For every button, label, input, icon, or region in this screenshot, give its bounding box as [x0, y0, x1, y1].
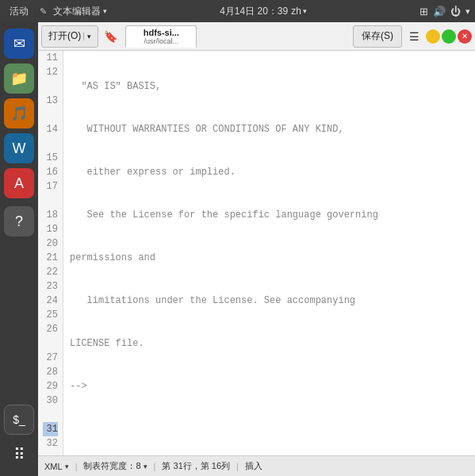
- ln-26b: [43, 336, 58, 351]
- ln-22: 22: [43, 265, 58, 279]
- ln-19: 19: [43, 222, 58, 236]
- ln-29: 29: [43, 379, 58, 393]
- code-line-16: [70, 422, 469, 436]
- toolbar-right: 保存(S) ☰ ✕: [353, 25, 472, 48]
- ln-14b: [43, 136, 58, 151]
- files-icon: 📁: [10, 70, 28, 87]
- activities-button[interactable]: 活动: [5, 3, 33, 20]
- menu-icon: ☰: [409, 30, 419, 43]
- settings-icon: ▾: [465, 6, 470, 17]
- ln-30: 30: [43, 393, 58, 408]
- writer-icon: W: [13, 140, 26, 157]
- dropdown-icon[interactable]: ▾: [103, 7, 107, 15]
- plugin-item: 插入: [245, 460, 262, 472]
- sidebar-item-thunderbird[interactable]: ✉: [4, 29, 34, 59]
- ln-24: 24: [43, 294, 58, 308]
- lang-selector[interactable]: zh ▾: [291, 6, 307, 17]
- save-button[interactable]: 保存(S): [353, 25, 402, 48]
- ln-13b: [43, 108, 58, 122]
- line-numbers: 11 12 13 14 15 16 17 18 19 20 21 22 23 2…: [38, 51, 63, 455]
- status-bar: XML ▾ | 制表符宽度：8 ▾ | 第 31行，第 16列 | 插入: [38, 455, 475, 476]
- sidebar-item-apps[interactable]: ⠿: [4, 440, 34, 470]
- tabwidth-label: 制表符宽度：8: [83, 460, 140, 472]
- lang-dropdown-icon: ▾: [303, 7, 307, 15]
- datetime: 4月14日 20：39: [220, 5, 288, 18]
- position-label: 第 31行，第 16列: [162, 460, 230, 472]
- ln-20: 20: [43, 236, 58, 251]
- ln-30b: [43, 408, 58, 422]
- status-sep-3: |: [236, 462, 239, 471]
- code-line-12b: either express or implied.: [70, 165, 469, 179]
- top-bar-left: 活动 ✎ 文本编辑器 ▾: [5, 3, 107, 20]
- sidebar-item-rhythmbox[interactable]: 🎵: [4, 98, 34, 129]
- top-bar-center: 4月14日 20：39 zh ▾: [220, 5, 307, 18]
- code-area[interactable]: "AS IS" BASIS, WITHOUT WARRANTIES OR CON…: [63, 51, 475, 455]
- ln-18: 18: [43, 208, 58, 222]
- ln-31: 31: [43, 422, 58, 436]
- format-label: XML: [44, 462, 63, 471]
- tabwidth-dropdown-icon: ▾: [144, 463, 147, 470]
- format-item[interactable]: XML ▾: [44, 462, 69, 471]
- sound-icon: 🔊: [433, 6, 446, 17]
- terminal-icon: $_: [13, 413, 25, 426]
- code-line-13: See the License for the specific languag…: [70, 208, 469, 222]
- editor-content[interactable]: 11 12 13 14 15 16 17 18 19 20 21 22 23 2…: [38, 51, 475, 455]
- sidebar-item-files[interactable]: 📁: [4, 63, 34, 94]
- rhythmbox-icon: 🎵: [10, 105, 28, 122]
- edit-icon: ✎: [40, 6, 47, 17]
- app-name: 文本编辑器 ▾: [53, 5, 107, 18]
- ln-25: 25: [43, 308, 58, 322]
- ln-13: 13: [43, 94, 58, 108]
- menu-button[interactable]: ☰: [404, 26, 424, 47]
- status-sep-2: |: [154, 462, 156, 471]
- ln-23: 23: [43, 279, 58, 294]
- minimize-button[interactable]: [426, 29, 440, 44]
- format-dropdown-icon: ▾: [65, 463, 69, 470]
- bookmark-button[interactable]: 🔖: [100, 26, 121, 47]
- open-dropdown-icon[interactable]: ▾: [83, 33, 91, 40]
- ln-21: 21: [43, 251, 58, 265]
- active-tab[interactable]: hdfs-si... /usr/local...: [125, 25, 197, 48]
- ln-11: 11: [43, 51, 58, 65]
- ln-28: 28: [43, 365, 58, 379]
- plugin-label: 插入: [245, 460, 262, 472]
- ln-14: 14: [43, 122, 58, 136]
- ln-17b: [43, 194, 58, 208]
- close-button[interactable]: ✕: [458, 29, 472, 44]
- ln-12: 12: [43, 65, 58, 79]
- power-icon: ⏻: [450, 6, 461, 17]
- help-icon: ?: [15, 213, 23, 230]
- sidebar-item-help[interactable]: ?: [4, 206, 34, 236]
- maximize-button[interactable]: [442, 29, 456, 44]
- ln-27: 27: [43, 351, 58, 365]
- sidebar: ✉ 📁 🎵 W A ? $_ ⠿: [0, 22, 38, 476]
- code-line-15: -->: [70, 379, 469, 393]
- ln-16: 16: [43, 165, 58, 179]
- sidebar-bottom: $_ ⠿: [4, 405, 34, 470]
- code-line-13b: permissions and: [70, 251, 469, 265]
- tab-title: hdfs-si...: [144, 28, 179, 37]
- ln-12b: [43, 79, 58, 94]
- tabwidth-item[interactable]: 制表符宽度：8 ▾: [83, 460, 147, 472]
- ln-32: 32: [43, 436, 58, 451]
- thunderbird-icon: ✉: [13, 35, 25, 52]
- top-bar-right: ⊞ 🔊 ⏻ ▾: [419, 6, 470, 17]
- apps-grid-icon: ⠿: [13, 445, 25, 464]
- position-item: 第 31行，第 16列: [162, 460, 230, 472]
- code-line-11: "AS IS" BASIS,: [70, 79, 469, 94]
- bookmark-icon: 🔖: [104, 30, 117, 43]
- tab-area: hdfs-si... /usr/local...: [125, 25, 348, 48]
- code-line-12: WITHOUT WARRANTIES OR CONDITIONS OF ANY …: [70, 122, 469, 136]
- ln-17: 17: [43, 179, 58, 194]
- sidebar-item-writer[interactable]: W: [4, 133, 34, 163]
- sidebar-item-terminal[interactable]: $_: [4, 405, 34, 435]
- sidebar-item-appstore[interactable]: A: [4, 168, 34, 198]
- code-line-14: limitations under the License. See accom…: [70, 294, 469, 308]
- toolbar: 打开(O) ▾ 🔖 hdfs-si... /usr/local... 保存(S)…: [38, 22, 475, 51]
- top-bar: 活动 ✎ 文本编辑器 ▾ 4月14日 20：39 zh ▾ ⊞ 🔊 ⏻ ▾: [0, 0, 475, 22]
- open-button[interactable]: 打开(O) ▾: [41, 25, 98, 48]
- status-sep-1: |: [75, 462, 78, 471]
- appstore-icon: A: [14, 175, 24, 192]
- ln-26: 26: [43, 322, 58, 336]
- tab-path: /usr/local...: [144, 37, 179, 45]
